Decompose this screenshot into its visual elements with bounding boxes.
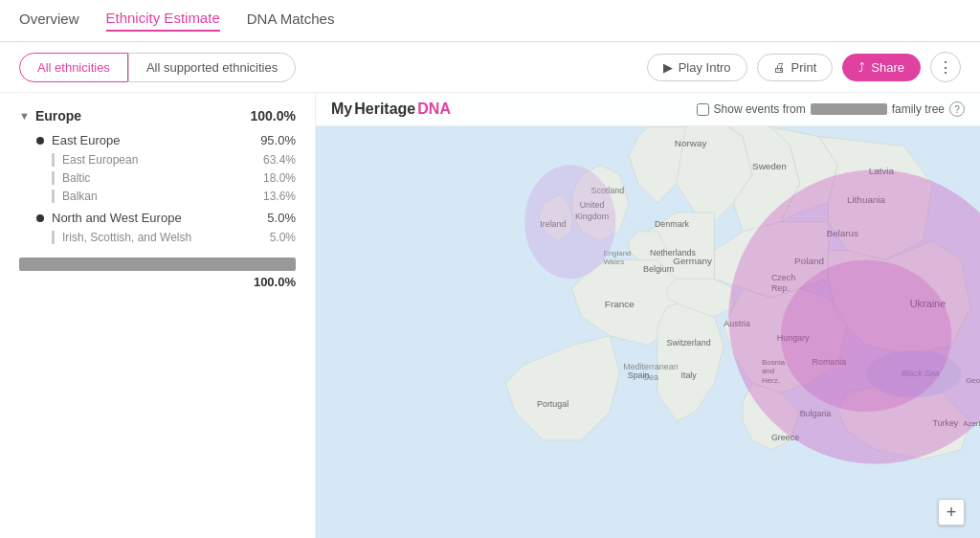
nw-europe-label: North and West Europe bbox=[52, 211, 267, 225]
balkan-label: Balkan bbox=[62, 190, 263, 203]
logo-my: My bbox=[331, 101, 352, 118]
play-intro-label: Play Intro bbox=[679, 60, 731, 75]
svg-text:Switzerland: Switzerland bbox=[667, 338, 711, 347]
irish-scottish-welsh-pct: 5.0% bbox=[270, 231, 296, 244]
svg-text:France: France bbox=[605, 299, 635, 309]
share-icon: ⤴ bbox=[858, 60, 865, 75]
nw-europe-pct: 5.0% bbox=[267, 211, 296, 225]
baltic-pct: 18.0% bbox=[263, 171, 296, 185]
svg-text:Germany: Germany bbox=[673, 256, 712, 266]
all-supported-tab[interactable]: All supported ethnicities bbox=[128, 53, 296, 82]
total-pct-label: 100.0% bbox=[254, 275, 296, 289]
share-button[interactable]: ⤴ Share bbox=[842, 54, 921, 81]
baltic-label: Baltic bbox=[62, 171, 263, 185]
share-label: Share bbox=[871, 60, 904, 75]
bar-decoration bbox=[52, 231, 55, 244]
svg-text:Denmark: Denmark bbox=[655, 219, 690, 229]
east-europe-label: East Europe bbox=[52, 133, 260, 147]
show-events-checkbox[interactable] bbox=[697, 103, 709, 116]
irish-scottish-welsh-label: Irish, Scottish, and Welsh bbox=[62, 231, 270, 244]
family-tree-label: family tree bbox=[892, 102, 945, 116]
map-controls: Show events from family tree ? bbox=[697, 101, 965, 117]
bar-decoration bbox=[52, 171, 55, 185]
more-options-button[interactable]: ⋮ bbox=[930, 52, 961, 82]
irish-scottish-welsh-item: Irish, Scottish, and Welsh 5.0% bbox=[52, 231, 296, 244]
logo-dna: DNA bbox=[417, 101, 451, 118]
nav-dna-matches[interactable]: DNA Matches bbox=[247, 11, 335, 31]
east-european-pct: 63.4% bbox=[263, 153, 296, 167]
nav-ethnicity[interactable]: Ethnicity Estimate bbox=[106, 10, 220, 32]
ethnicity-tabs: All ethnicities All supported ethnicitie… bbox=[19, 53, 296, 82]
myheritage-logo: MyHeritageDNA bbox=[331, 101, 451, 118]
europe-map: Norway Sweden Denmark UnitedKingdom Irel… bbox=[316, 93, 980, 538]
europe-region-title[interactable]: ▼ Europe bbox=[19, 108, 81, 123]
nw-europe-dot bbox=[36, 214, 44, 222]
svg-text:Wales: Wales bbox=[603, 258, 624, 266]
all-ethnicities-tab[interactable]: All ethnicities bbox=[19, 53, 128, 82]
logo-heritage: Heritage bbox=[354, 101, 415, 118]
print-icon: 🖨 bbox=[773, 60, 786, 75]
zoom-in-button[interactable]: + bbox=[938, 499, 965, 526]
nw-europe-subregion: North and West Europe 5.0% bbox=[36, 211, 296, 225]
show-events-label: Show events from bbox=[714, 102, 806, 116]
help-icon[interactable]: ? bbox=[949, 101, 965, 117]
bar-decoration bbox=[52, 190, 55, 203]
map-header: MyHeritageDNA Show events from family tr… bbox=[316, 93, 980, 126]
progress-section: 100.0% bbox=[19, 258, 296, 289]
print-label: Print bbox=[791, 60, 817, 75]
europe-label: Europe bbox=[35, 108, 81, 123]
east-europe-subregion: East Europe 95.0% bbox=[36, 133, 296, 147]
bar-decoration bbox=[52, 153, 55, 167]
balkan-pct: 13.6% bbox=[263, 190, 296, 203]
toolbar: All ethnicities All supported ethnicitie… bbox=[0, 42, 980, 93]
west-europe-blob bbox=[524, 165, 615, 279]
total-percentage: 100.0% bbox=[19, 275, 296, 289]
show-events-control: Show events from family tree ? bbox=[697, 101, 965, 117]
europe-pct: 100.0% bbox=[251, 108, 296, 123]
chevron-down-icon: ▼ bbox=[19, 110, 30, 122]
balkan-item: Balkan 13.6% bbox=[52, 190, 296, 203]
play-icon: ▶ bbox=[663, 60, 673, 75]
toolbar-actions: ▶ Play Intro 🖨 Print ⤴ Share ⋮ bbox=[647, 52, 961, 82]
play-intro-button[interactable]: ▶ Play Intro bbox=[647, 54, 747, 81]
print-button[interactable]: 🖨 Print bbox=[757, 54, 834, 81]
east-european-item: East European 63.4% bbox=[52, 153, 296, 167]
total-progress-bar bbox=[19, 258, 296, 271]
europe-region-header: ▼ Europe 100.0% bbox=[19, 108, 296, 123]
east-european-label: East European bbox=[62, 153, 263, 167]
svg-text:Sweden: Sweden bbox=[752, 161, 787, 171]
baltic-item: Baltic 18.0% bbox=[52, 171, 296, 185]
top-nav: Overview Ethnicity Estimate DNA Matches bbox=[0, 0, 980, 42]
east-europe-center bbox=[781, 260, 951, 413]
ethnicity-panel: ▼ Europe 100.0% East Europe 95.0% East E… bbox=[0, 93, 316, 538]
map-panel: MyHeritageDNA Show events from family tr… bbox=[316, 93, 980, 538]
svg-text:Portugal: Portugal bbox=[537, 399, 568, 409]
family-tree-redacted bbox=[811, 103, 887, 115]
svg-text:Norway: Norway bbox=[675, 138, 707, 148]
svg-text:Italy: Italy bbox=[680, 370, 697, 380]
main-content: ▼ Europe 100.0% East Europe 95.0% East E… bbox=[0, 93, 980, 538]
nav-overview[interactable]: Overview bbox=[19, 11, 79, 31]
east-europe-pct: 95.0% bbox=[260, 133, 296, 147]
svg-text:Belgium: Belgium bbox=[643, 264, 674, 274]
east-europe-dot bbox=[36, 137, 44, 145]
